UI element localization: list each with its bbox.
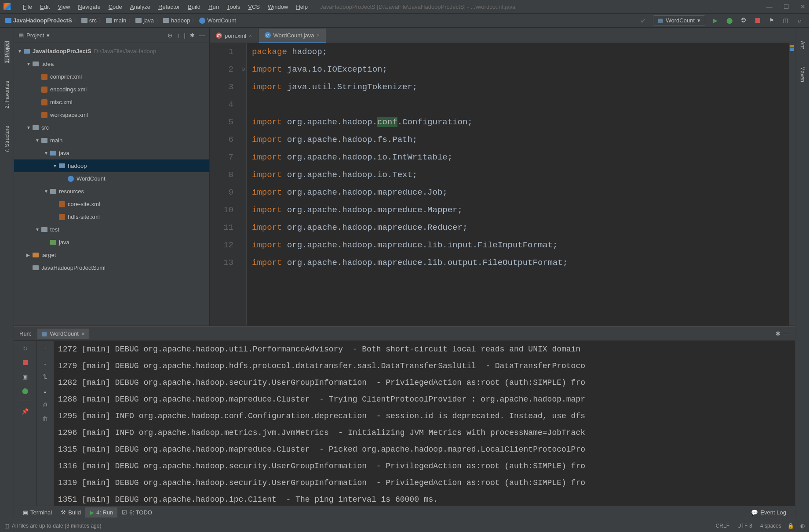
close-icon[interactable]: ×	[249, 33, 251, 38]
tree-item[interactable]: ▼test	[14, 223, 209, 236]
tree-arrow-icon[interactable]: ▼	[53, 163, 59, 168]
tree-item[interactable]: JavaHadoopProJectS.iml	[14, 261, 209, 274]
scroll-icon[interactable]: ⤓	[41, 387, 49, 394]
print-icon[interactable]: ⎙	[41, 401, 49, 409]
tree-arrow-icon[interactable]: ▼	[35, 227, 41, 232]
chevron-down-icon[interactable]: ▾	[47, 32, 50, 39]
editor-tab[interactable]: mpom.xml×	[210, 29, 259, 43]
tree-arrow-icon[interactable]: ▼	[44, 151, 50, 156]
tree-arrow-icon[interactable]: ▼	[44, 189, 50, 194]
gear-icon[interactable]: ✱	[190, 32, 195, 39]
tree-item[interactable]: hdfs-site.xml	[14, 210, 209, 223]
tree-item[interactable]: compiler.xml	[14, 70, 209, 83]
pin-icon[interactable]: 📌	[21, 407, 29, 415]
console-output[interactable]: 1272 [main] DEBUG org.apache.hadoop.util…	[54, 341, 795, 506]
status-icon[interactable]: ◫	[4, 523, 9, 529]
menu-help[interactable]: Help	[292, 4, 311, 10]
left-tool-favorites[interactable]: 2: Favorites	[4, 81, 10, 109]
breadcrumb-item[interactable]: main	[106, 17, 126, 24]
tree-item[interactable]: ▼main	[14, 134, 209, 147]
menu-run[interactable]: Run	[205, 4, 222, 10]
wrap-icon[interactable]: ⇅	[41, 373, 49, 380]
menu-file[interactable]: File	[19, 4, 36, 10]
tree-item[interactable]: java	[14, 236, 209, 249]
breadcrumb-item[interactable]: JavaHadoopProJectS	[5, 17, 72, 24]
tree-item[interactable]: ▼java	[14, 147, 209, 159]
menu-code[interactable]: Code	[105, 4, 126, 10]
menu-tools[interactable]: Tools	[223, 4, 244, 10]
debug-icon[interactable]: ⬤	[21, 387, 29, 394]
profile-icon[interactable]: ⚑	[768, 17, 776, 25]
tree-item[interactable]: encodings.xml	[14, 83, 209, 96]
menu-vcs[interactable]: VCS	[244, 4, 263, 10]
layout-icon[interactable]: ◫	[782, 17, 790, 25]
bottom-tab-build[interactable]: ⚒Build	[56, 507, 85, 518]
tree-arrow-icon[interactable]: ▼	[26, 62, 33, 66]
project-tree[interactable]: ▼ JavaHadoopProJectS D:\JavaFile\JavaHad…	[14, 43, 209, 326]
menu-build[interactable]: Build	[184, 4, 204, 10]
tree-item[interactable]: core-site.xml	[14, 198, 209, 210]
coverage-icon[interactable]: ⮊	[740, 17, 747, 25]
status-item[interactable]: UTF-8	[737, 523, 752, 529]
build-icon[interactable]: ↙	[639, 17, 647, 25]
stop-icon[interactable]	[754, 17, 762, 25]
tree-item[interactable]: WordCount	[14, 172, 209, 185]
status-item[interactable]: 4 spaces	[760, 523, 781, 529]
debug-icon[interactable]: ⬤	[725, 17, 733, 25]
tree-item[interactable]: misc.xml	[14, 96, 209, 109]
target-icon[interactable]: ⊕	[168, 32, 172, 39]
clear-icon[interactable]: 🗑	[41, 415, 49, 423]
editor-tab[interactable]: cWordCount.java×	[259, 29, 326, 43]
hide-icon[interactable]: —	[199, 32, 205, 39]
maximize-icon[interactable]: ☐	[783, 3, 789, 10]
run-icon[interactable]: ▶	[711, 17, 719, 25]
hide-icon[interactable]: —	[782, 330, 790, 338]
gear-icon[interactable]: ✱	[774, 330, 782, 338]
inspector-icon[interactable]: ◐	[800, 523, 805, 529]
close-icon[interactable]: ×	[317, 33, 320, 38]
close-icon[interactable]: ✕	[800, 3, 805, 10]
tree-arrow-icon[interactable]: ▼	[35, 138, 41, 143]
tree-item[interactable]: ▶target	[14, 249, 209, 261]
menu-analyze[interactable]: Analyze	[127, 4, 154, 10]
camera-icon[interactable]: ▣	[21, 373, 29, 380]
event-log-tab[interactable]: 💬 Event Log	[747, 507, 791, 518]
right-tool-ant[interactable]: Ant	[799, 41, 805, 49]
down-icon[interactable]: ↓	[41, 358, 49, 366]
breadcrumb-item[interactable]: src	[81, 17, 97, 24]
left-tool-structure[interactable]: 7: Structure	[4, 126, 10, 153]
right-tool-maven[interactable]: Maven	[799, 66, 805, 82]
run-tab[interactable]: ▦ WordCount ×	[37, 329, 89, 339]
minimize-icon[interactable]: —	[766, 3, 773, 10]
bottom-tab-run[interactable]: ▶4: Run	[85, 507, 117, 518]
bottom-tab-terminal[interactable]: ▣Terminal	[18, 507, 56, 518]
menu-edit[interactable]: Edit	[36, 4, 53, 10]
code-text[interactable]: package hadoop;import java.io.IOExceptio…	[247, 43, 789, 326]
code-area[interactable]: 12345678910111213 ⊖ package hadoop;impor…	[210, 43, 795, 326]
stop-icon[interactable]	[21, 358, 29, 366]
editor-scrollbar[interactable]	[789, 43, 795, 326]
breadcrumb-item[interactable]: hadoop	[163, 17, 190, 24]
tree-item[interactable]: ▼.idea	[14, 58, 209, 70]
bottom-tab-todo[interactable]: ☑6: TODO	[117, 507, 157, 518]
tree-item[interactable]: ▼hadoop	[14, 159, 209, 172]
lock-icon[interactable]: 🔒	[787, 523, 794, 529]
menu-refactor[interactable]: Refactor	[155, 4, 183, 10]
breadcrumb-item[interactable]: WordCount	[199, 17, 236, 24]
tree-root[interactable]: ▼ JavaHadoopProJectS D:\JavaFile\JavaHad…	[14, 45, 209, 58]
collapse-icon[interactable]: ↕	[177, 32, 180, 39]
tree-arrow-icon[interactable]: ▶	[26, 253, 33, 257]
search-icon[interactable]: ⌕	[796, 17, 804, 25]
menu-window[interactable]: Window	[264, 4, 292, 10]
rerun-icon[interactable]: ↻	[21, 344, 29, 352]
run-config-dropdown[interactable]: ▦ WordCount ▾	[653, 15, 705, 25]
tree-arrow-icon[interactable]: ▼	[26, 125, 33, 130]
menu-view[interactable]: View	[54, 4, 73, 10]
up-icon[interactable]: ↑	[41, 344, 49, 352]
menu-navigate[interactable]: Navigate	[74, 4, 104, 10]
tree-item[interactable]: workspace.xml	[14, 109, 209, 121]
status-item[interactable]: CRLF	[716, 523, 729, 529]
close-icon[interactable]: ×	[81, 330, 85, 337]
breadcrumb-item[interactable]: java	[135, 17, 154, 24]
tree-item[interactable]: ▼resources	[14, 185, 209, 198]
